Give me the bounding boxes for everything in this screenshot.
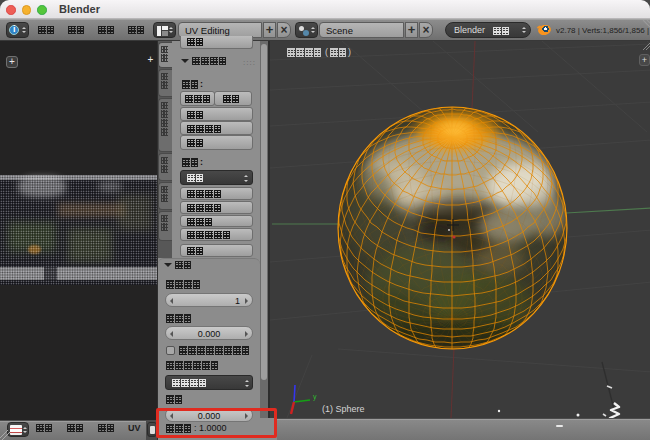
svg-text:y: y [313,393,317,401]
